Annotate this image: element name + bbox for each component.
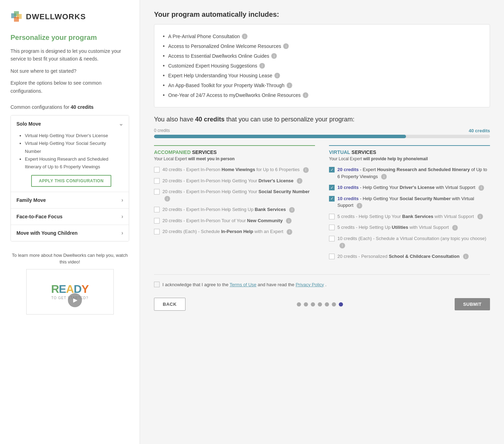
config-item-young-children-label: Move with Young Children	[16, 230, 77, 236]
config-item-face-focus: Face-to-Face Focus ›	[11, 209, 129, 225]
video-text: READY	[51, 283, 89, 295]
list-item: An App-Based Toolkit for your Property W…	[163, 80, 481, 90]
info-icon[interactable]: i	[478, 185, 484, 191]
left-panel: DWELLWORKS Personalize your program This…	[0, 0, 140, 444]
pagination-dot-5[interactable]	[332, 302, 336, 306]
info-icon[interactable]: i	[303, 92, 308, 98]
chevron-right-icon: ›	[121, 197, 123, 203]
virtual-service-text-5: 10 credits (Each) - Schedule a Virtual C…	[337, 235, 490, 249]
pagination-dot-6[interactable]	[339, 302, 343, 306]
credits-personalize-title: You also have 40 credits that you can us…	[154, 116, 490, 123]
info-icon[interactable]: i	[271, 53, 277, 59]
accompanied-checkbox-2[interactable]	[154, 189, 160, 195]
virtual-service-1: 10 credits - Help Getting Your Driver's …	[329, 184, 490, 191]
info-icon[interactable]: i	[340, 243, 345, 248]
left-panel-para3: Explore the options below to see common …	[10, 79, 129, 95]
info-icon[interactable]: i	[452, 225, 458, 231]
accompanied-service-text-5: 20 credits (Each) - Schedule In-Person H…	[162, 228, 292, 235]
info-icon[interactable]: i	[463, 254, 469, 259]
accompanied-checkbox-4[interactable]	[154, 218, 160, 224]
config-item-solo-move-header[interactable]: Solo Move ⌄	[11, 115, 129, 132]
accompanied-service-text-1: 20 credits - Expert In-Person Help Getti…	[162, 177, 302, 184]
virtual-service-text-3: 5 credits - Help Setting Up Your Bank Se…	[337, 213, 483, 220]
tos-row: I acknowledge that I agree to the Terms …	[154, 282, 490, 287]
pagination-dot-0[interactable]	[297, 302, 301, 306]
accompanied-service-text-0: 40 credits - Expert In-Person Home Viewi…	[162, 166, 309, 173]
pagination-dot-1[interactable]	[304, 302, 308, 306]
auto-include-text-3: Customized Expert Housing Suggestions	[168, 63, 257, 69]
auto-include-text-4: Expert Help Understanding Your Housing L…	[168, 73, 272, 78]
info-icon[interactable]: i	[286, 218, 292, 224]
left-panel-para1: This program is designed to let you cust…	[10, 47, 129, 63]
config-item-solo-move: Solo Move ⌄ Virtual Help Getting Your Dr…	[11, 115, 129, 192]
info-icon[interactable]: i	[381, 174, 387, 179]
auto-include-text-2: Access to Essential Dwellworks Online Gu…	[168, 53, 270, 59]
info-icon[interactable]: i	[297, 178, 302, 184]
virtual-checkbox-6[interactable]	[329, 254, 335, 259]
apply-config-button[interactable]: APPLY this Configuration	[31, 175, 111, 187]
config-item-solo-move-label: Solo Move	[16, 121, 41, 127]
virtual-service-4: 5 credits - Help Setting Up Utilities wi…	[329, 224, 490, 231]
logo-text: DWELLWORKS	[26, 12, 86, 21]
info-icon[interactable]: i	[283, 43, 289, 49]
virtual-services-subtitle: Your Local Expert will provide help by p…	[329, 156, 490, 161]
config-item-face-focus-label: Face-to-Face Focus	[16, 214, 62, 219]
config-item-young-children-header[interactable]: Move with Young Children ›	[11, 225, 129, 241]
info-icon[interactable]: i	[259, 63, 265, 69]
virtual-checkbox-1[interactable]	[329, 185, 335, 190]
accompanied-service-0: 40 credits - Expert In-Person Home Viewi…	[154, 166, 315, 173]
list-item: Access to Essential Dwellworks Online Gu…	[163, 51, 481, 61]
accompanied-checkbox-0[interactable]	[154, 167, 160, 172]
virtual-service-text-6: 20 credits - Personalized School & Child…	[337, 253, 469, 260]
list-item: Virtual Help Getting Your Social Securit…	[25, 140, 123, 155]
accompanied-checkbox-3[interactable]	[154, 207, 160, 212]
config-item-young-children: Move with Young Children ›	[11, 225, 129, 241]
info-icon[interactable]: i	[274, 73, 280, 78]
nav-row: BACK SUBMIT	[154, 298, 490, 311]
list-item: Virtual Help Getting Your Driver's Licen…	[25, 132, 123, 140]
info-icon[interactable]: i	[289, 207, 295, 213]
info-icon[interactable]: i	[477, 214, 483, 219]
config-item-face-focus-header[interactable]: Face-to-Face Focus ›	[11, 209, 129, 225]
virtual-checkbox-4[interactable]	[329, 225, 335, 230]
credits-bar-background	[154, 135, 490, 138]
virtual-service-6: 20 credits - Personalized School & Child…	[329, 253, 490, 260]
credits-bar-fill	[154, 135, 406, 138]
tos-checkbox[interactable]	[154, 282, 160, 287]
pagination-dot-2[interactable]	[311, 302, 315, 306]
info-icon[interactable]: i	[303, 167, 309, 173]
accompanied-service-5: 20 credits (Each) - Schedule In-Person H…	[154, 228, 315, 235]
terms-of-use-link[interactable]: Terms of Use	[230, 282, 257, 287]
bottom-section: I acknowledge that I agree to the Terms …	[154, 274, 490, 311]
pagination-dot-3[interactable]	[318, 302, 322, 306]
common-configs-title: Common configurations for 40 credits	[10, 103, 129, 111]
info-icon[interactable]: i	[357, 203, 362, 209]
play-button[interactable]: ▶	[68, 293, 82, 307]
logo-icon	[10, 10, 23, 23]
virtual-service-5: 10 credits (Each) - Schedule a Virtual C…	[329, 235, 490, 249]
virtual-service-text-4: 5 credits - Help Setting Up Utilities wi…	[337, 224, 458, 231]
auto-include-text-1: Access to Personalized Online Welcome Re…	[168, 43, 281, 49]
video-thumbnail[interactable]: READY TO GET STARTED? ▶	[26, 269, 114, 315]
back-button[interactable]: BACK	[154, 298, 186, 311]
submit-button[interactable]: SUBMIT	[455, 298, 490, 310]
virtual-checkbox-3[interactable]	[329, 214, 335, 219]
virtual-checkbox-0[interactable]	[329, 167, 335, 172]
list-item: Expert Help Understanding Your Housing L…	[163, 71, 481, 80]
pagination-dot-4[interactable]	[325, 302, 329, 306]
info-icon[interactable]: i	[242, 34, 247, 39]
accompanied-checkbox-1[interactable]	[154, 178, 160, 184]
config-item-family-move-header[interactable]: Family Move ›	[11, 192, 129, 208]
info-icon[interactable]: i	[287, 83, 292, 88]
info-icon[interactable]: i	[164, 196, 170, 202]
right-panel: Your program automatically includes: A P…	[140, 0, 504, 444]
privacy-policy-link[interactable]: Privacy Policy	[296, 282, 324, 287]
virtual-checkbox-5[interactable]	[329, 236, 335, 241]
left-panel-heading: Personalize your program	[10, 34, 129, 42]
virtual-service-text-2: 10 credits - Help Getting Your Social Se…	[337, 195, 490, 209]
auto-includes-box: A Pre-Arrival Phone Consultation i Acces…	[154, 24, 490, 107]
virtual-checkbox-2[interactable]	[329, 196, 335, 202]
config-item-solo-move-body: Virtual Help Getting Your Driver's Licen…	[11, 132, 129, 191]
accompanied-checkbox-5[interactable]	[154, 229, 160, 234]
info-icon[interactable]: i	[287, 229, 292, 235]
